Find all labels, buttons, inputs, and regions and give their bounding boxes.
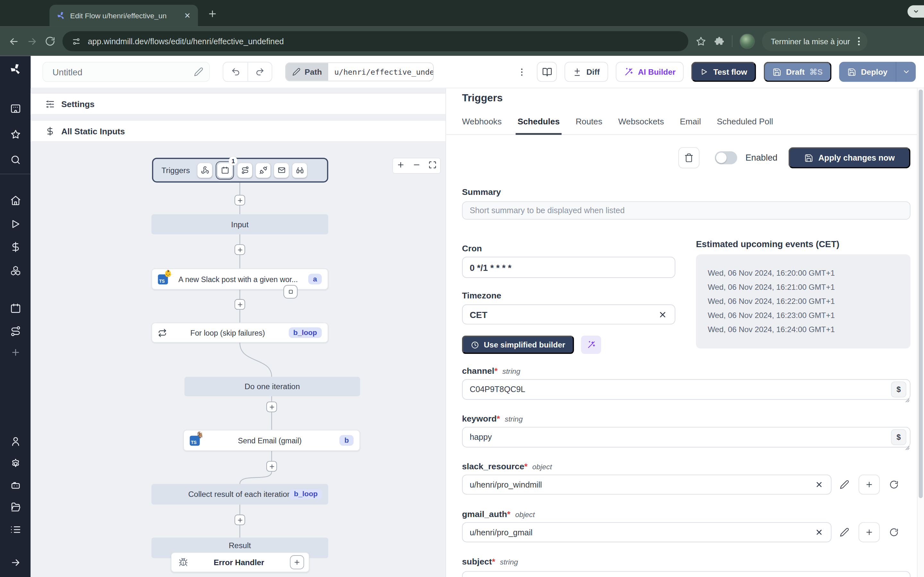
add-step-button[interactable] xyxy=(266,461,277,472)
keyword-input[interactable] xyxy=(462,427,911,448)
scrollbar-thumb[interactable] xyxy=(919,89,923,498)
send-email-node[interactable]: TS🐐 Send Email (gmail) b xyxy=(183,430,360,451)
zoom-in-icon[interactable] xyxy=(397,161,405,171)
sidebar-runs-icon[interactable] xyxy=(0,218,31,229)
schedule-trigger-icon[interactable] xyxy=(218,163,232,177)
add-gmail-auth-button[interactable] xyxy=(859,522,880,542)
tab-schedules[interactable]: Schedules xyxy=(517,117,559,134)
config-scrollbar[interactable] xyxy=(917,89,924,577)
edit-gmail-auth-icon[interactable] xyxy=(840,528,849,537)
new-tab-icon[interactable] xyxy=(208,9,218,21)
deploy-button[interactable]: Deploy xyxy=(839,62,895,82)
flow-title-box[interactable]: Untitled xyxy=(42,62,210,82)
tab-search-chevron-icon[interactable] xyxy=(908,5,924,18)
sidebar-settings-icon[interactable] xyxy=(0,458,31,469)
add-step-button[interactable] xyxy=(234,299,245,309)
undo-button[interactable] xyxy=(223,63,247,81)
do-one-iteration-node[interactable]: Do one iteration xyxy=(184,377,360,396)
input-node[interactable]: Input xyxy=(152,214,328,234)
schedule-trigger-selected[interactable]: 1 xyxy=(216,161,234,179)
apply-changes-button[interactable]: Apply changes now xyxy=(788,147,911,168)
back-icon[interactable] xyxy=(8,35,19,47)
avatar[interactable] xyxy=(740,34,755,49)
path-value[interactable]: u/henri/effective_undef xyxy=(328,63,433,81)
route-trigger-icon[interactable] xyxy=(238,163,252,177)
edit-slack-resource-icon[interactable] xyxy=(840,480,849,489)
gmail-auth-input[interactable] xyxy=(462,522,832,542)
site-settings-icon[interactable] xyxy=(72,37,81,46)
sidebar-schedules-icon[interactable] xyxy=(0,303,31,314)
sidebar-variables-icon[interactable] xyxy=(0,242,31,253)
cron-input[interactable] xyxy=(462,257,675,278)
diff-button[interactable]: Diff xyxy=(565,62,608,82)
slack-resource-input[interactable] xyxy=(462,474,832,494)
windmill-logo[interactable] xyxy=(0,63,31,76)
sidebar-flows-icon[interactable] xyxy=(0,326,31,337)
forward-icon[interactable] xyxy=(27,35,38,47)
triggers-node[interactable]: Triggers 1 xyxy=(152,158,328,182)
channel-input[interactable] xyxy=(462,379,911,400)
add-step-button[interactable] xyxy=(234,195,245,205)
channel-expr-button[interactable]: $ xyxy=(891,382,906,398)
webhook-trigger-icon[interactable] xyxy=(198,163,212,177)
browser-update-button[interactable]: Terminer la mise à jour xyxy=(762,31,867,51)
tab-email[interactable]: Email xyxy=(680,117,701,134)
tab-websockets[interactable]: Websockets xyxy=(618,117,664,134)
add-step-button[interactable] xyxy=(234,514,245,525)
add-error-handler-button[interactable] xyxy=(290,555,304,569)
timezone-input[interactable] xyxy=(462,305,675,324)
collect-result-node[interactable]: Collect result of each iteration b_loop xyxy=(152,484,328,504)
flow-canvas[interactable]: Triggers 1 xyxy=(31,89,446,577)
module-action-button[interactable] xyxy=(283,285,297,298)
extensions-icon[interactable] xyxy=(714,35,725,47)
sidebar-favorites-icon[interactable] xyxy=(0,129,31,140)
scheduled-poll-trigger-icon[interactable] xyxy=(292,163,307,177)
sidebar-add-icon[interactable] xyxy=(0,348,31,358)
sidebar-search-icon[interactable] xyxy=(0,154,31,165)
add-slack-resource-button[interactable] xyxy=(859,474,880,494)
docs-button[interactable] xyxy=(537,62,557,82)
sidebar-home-icon[interactable] xyxy=(0,195,31,206)
tab-close-icon[interactable]: ✕ xyxy=(183,11,192,20)
error-handler-node[interactable]: Error Handler xyxy=(171,552,310,572)
deploy-dropdown-icon[interactable] xyxy=(896,62,916,82)
sidebar-user-icon[interactable] xyxy=(0,436,31,447)
ai-cron-wand-button[interactable] xyxy=(581,335,601,354)
ai-builder-button[interactable]: AI Builder xyxy=(615,62,684,82)
more-menu-icon[interactable] xyxy=(515,64,529,79)
sidebar-logs-icon[interactable] xyxy=(0,524,31,535)
reload-icon[interactable] xyxy=(45,36,55,47)
summary-input[interactable] xyxy=(462,201,911,219)
add-step-button[interactable] xyxy=(266,402,277,412)
clear-gmail-auth-icon[interactable] xyxy=(815,528,823,537)
websocket-trigger-icon[interactable] xyxy=(256,163,271,177)
browser-menu-icon[interactable] xyxy=(856,37,861,45)
path-chip[interactable]: Path u/henri/effective_undef xyxy=(285,63,434,81)
keyword-expr-button[interactable]: $ xyxy=(891,429,906,445)
fit-view-icon[interactable] xyxy=(428,161,437,171)
delete-schedule-button[interactable] xyxy=(678,147,699,168)
tab-scheduled-poll[interactable]: Scheduled Poll xyxy=(717,117,773,134)
enabled-toggle[interactable] xyxy=(715,151,737,164)
subject-input[interactable] xyxy=(462,571,911,577)
refresh-gmail-auth-icon[interactable] xyxy=(889,528,899,537)
add-step-button[interactable] xyxy=(234,244,245,255)
edit-title-icon[interactable] xyxy=(194,67,203,76)
email-trigger-icon[interactable] xyxy=(274,163,289,177)
resize-handle[interactable] xyxy=(905,442,910,447)
sidebar-resources-icon[interactable] xyxy=(0,265,31,276)
slack-step-node[interactable]: TS👶 A new Slack post with a given wor...… xyxy=(152,269,328,290)
clear-timezone-icon[interactable] xyxy=(658,310,667,319)
refresh-slack-resource-icon[interactable] xyxy=(889,480,899,489)
clear-slack-resource-icon[interactable] xyxy=(815,480,823,489)
bookmark-star-icon[interactable] xyxy=(695,35,706,47)
sidebar-apps-icon[interactable] xyxy=(0,103,31,114)
sidebar-collapse-icon[interactable] xyxy=(0,557,31,568)
for-loop-node[interactable]: For loop (skip failures) b_loop xyxy=(152,323,328,343)
redo-button[interactable] xyxy=(247,63,271,81)
address-bar[interactable]: app.windmill.dev/flows/edit/u/henri/effe… xyxy=(63,31,688,51)
tab-routes[interactable]: Routes xyxy=(575,117,602,134)
sidebar-folders-icon[interactable] xyxy=(0,502,31,513)
test-flow-button[interactable]: Test flow xyxy=(691,62,756,82)
simplified-builder-button[interactable]: Use simplified builder xyxy=(462,335,574,354)
